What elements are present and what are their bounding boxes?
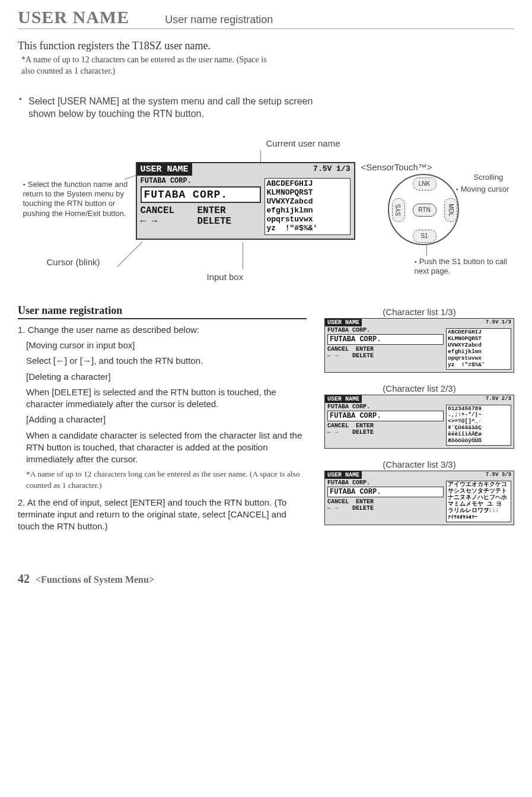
screen-subline: FUTABA CORP. xyxy=(141,177,261,185)
charlist1-arrows[interactable]: ← → xyxy=(327,353,338,359)
charlist2-enter[interactable]: ENTER xyxy=(356,423,374,429)
mdl-button[interactable]: MDL xyxy=(444,198,457,222)
callout-push-s1: Push the S1 button to call next page. xyxy=(415,257,515,277)
charlist3-chars[interactable]: アイウエオカキクケコ サシスセソタチツテト ナニヌネノハヒフヘホ マミムメモヤ … xyxy=(446,481,511,522)
callout-input-box: Input box xyxy=(207,272,244,283)
charlist2-screen: USER NAME 7.5V 2/3 FUTABA CORP. FUTABA C… xyxy=(324,395,514,449)
charlist3-input[interactable]: FUTABA CORP. xyxy=(327,487,444,497)
step1-note: *A name of up to 12 characters long can … xyxy=(26,469,307,490)
charlist1-subline: FUTABA CORP. xyxy=(327,327,444,334)
step1a-title: [Moving cursor in input box] xyxy=(26,339,307,351)
step2: 2. At the end of input, select [ENTER] a… xyxy=(18,497,307,533)
charlist3-delete[interactable]: DELETE xyxy=(352,505,374,512)
step1: 1. Change the user name as described bel… xyxy=(18,324,307,336)
charlist3-label: (Character list 3/3) xyxy=(324,459,514,469)
page-subtitle: User name registration xyxy=(165,14,273,26)
delete-button[interactable]: DELETE xyxy=(197,216,232,227)
charlist2-delete[interactable]: DELETE xyxy=(352,429,374,436)
intro-text: This function registers the T18SZ user n… xyxy=(18,40,514,52)
char-list-main[interactable]: ABCDEFGHIJ KLMNOPQRST UVWXYZabcd efghijk… xyxy=(265,178,351,235)
charlist2-label: (Character list 2/3) xyxy=(324,383,514,393)
callout-sensortouch: <SensorTouch™> xyxy=(361,162,432,173)
enter-button[interactable]: ENTER xyxy=(197,205,226,216)
callout-scrolling: Scrolling xyxy=(474,173,504,182)
charlist1-screen: USER NAME 7.5V 1/3 FUTABA CORP. FUTABA C… xyxy=(324,318,514,373)
charlist2-chars[interactable]: 0123456789 .,;:+-*/|~ <>=?@[]^_· ¥`Çüéâä… xyxy=(446,405,511,446)
charlist3-subline: FUTABA CORP. xyxy=(327,480,444,486)
charlist1-chars[interactable]: ABCDEFGHIJ KLMNOPQRST UVWXYZabcd efghijk… xyxy=(446,328,511,370)
callout-select-function: Select the function name and return to t… xyxy=(23,180,142,218)
rtn-button[interactable]: RTN xyxy=(413,204,437,217)
diagram: Current user name Select the function na… xyxy=(23,138,509,287)
section-heading: User name registration xyxy=(18,304,307,319)
charlist3-cancel[interactable]: CANCEL xyxy=(327,498,349,505)
callout-moving-cursor-text: Moving cursor xyxy=(461,185,509,193)
cancel-button[interactable]: CANCEL xyxy=(141,205,175,216)
page-number: 42 xyxy=(18,572,30,586)
charlist2-subline: FUTABA CORP. xyxy=(327,404,444,410)
page-title: USER NAME xyxy=(18,7,129,27)
callout-push-s1-text: Push the S1 button to call next page. xyxy=(415,257,507,275)
step1b-body: When [DELETE] is selected and the RTN bu… xyxy=(26,386,307,411)
charlist3-title: USER NAME xyxy=(325,471,362,479)
callout-current-user-name: Current user name xyxy=(266,138,340,150)
step1c-body: When a candidate character is selected f… xyxy=(26,430,307,466)
screen-title: USER NAME xyxy=(137,163,192,176)
charlist1-delete[interactable]: DELETE xyxy=(352,353,374,359)
callout-cursor-blink: Cursor (blink) xyxy=(47,257,100,268)
charlist2-cancel[interactable]: CANCEL xyxy=(327,423,349,429)
charlist1-enter[interactable]: ENTER xyxy=(356,346,374,353)
arrow-buttons[interactable]: ← → xyxy=(141,216,158,227)
charlist2-title: USER NAME xyxy=(325,395,362,403)
step1c-title: [Adding a character] xyxy=(26,414,307,426)
sensortouch-diagram: LNK RTN S1 SYS MDL xyxy=(385,174,462,251)
charlist3-page: 7.5V 3/3 xyxy=(362,471,514,479)
lnk-button[interactable]: LNK xyxy=(413,177,437,190)
charlist2-page: 7.5V 2/3 xyxy=(362,395,514,403)
callout-moving-cursor: Moving cursor xyxy=(456,185,509,194)
charlist3-arrows[interactable]: ← → xyxy=(327,505,338,512)
charlist3-screen: USER NAME 7.5V 3/3 FUTABA CORP. FUTABA C… xyxy=(324,471,514,525)
screen-voltage-page: 7.5V 1/3 xyxy=(192,163,354,176)
charlist2-arrows[interactable]: ← → xyxy=(327,429,338,436)
sys-button[interactable]: SYS xyxy=(392,198,405,222)
charlist1-input[interactable]: FUTABA CORP. xyxy=(327,334,444,345)
charlist1-cancel[interactable]: CANCEL xyxy=(327,346,349,353)
charlist1-page: 7.5V 1/3 xyxy=(362,319,514,326)
charlist3-enter[interactable]: ENTER xyxy=(356,498,374,505)
step1b-title: [Deleting a character] xyxy=(26,371,307,383)
step1a-body: Select [←] or [→], and touch the RTN but… xyxy=(26,355,307,367)
callout-select-function-text: Select the function name and return to t… xyxy=(23,180,128,218)
select-instruction: Select [USER NAME] at the system menu an… xyxy=(28,95,313,120)
charlist2-input[interactable]: FUTABA CORP. xyxy=(327,411,444,421)
footer-text: <Functions of System Menu> xyxy=(36,574,154,585)
charlist1-label: (Character list 1/3) xyxy=(324,307,514,317)
s1-button[interactable]: S1 xyxy=(413,230,437,243)
screen-main: USER NAME 7.5V 1/3 FUTABA CORP. FUTABA C… xyxy=(136,162,355,240)
charlist1-title: USER NAME xyxy=(325,319,362,326)
screen-input-box[interactable]: FUTABA CORP. xyxy=(141,186,261,203)
intro-note: *A name of up to 12 characters can be en… xyxy=(21,55,276,77)
